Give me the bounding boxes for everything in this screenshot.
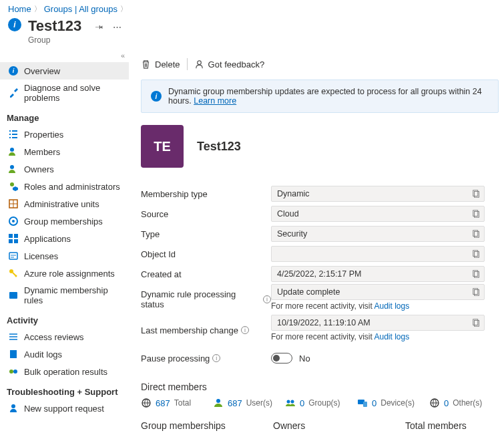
- feedback-icon: [194, 59, 204, 69]
- svg-point-2: [10, 182, 14, 186]
- more-icon[interactable]: ⋯: [113, 22, 121, 32]
- rule-status-value: Update complete: [271, 284, 485, 300]
- summary-row: Group memberships 0 Owners 0 Total membe…: [141, 420, 499, 435]
- sidebar-item-members[interactable]: Members: [0, 143, 129, 160]
- info-icon[interactable]: i: [263, 295, 271, 303]
- banner-learn-more-link[interactable]: Learn more: [194, 96, 236, 106]
- feedback-label: Got feedback?: [208, 59, 265, 69]
- stat-devices: 0Device(s): [357, 398, 417, 408]
- sidebar-item-roles[interactable]: Roles and administrators: [0, 178, 129, 195]
- svg-rect-8: [9, 239, 13, 243]
- copy-icon[interactable]: [472, 249, 481, 259]
- sidebar-item-diagnose[interactable]: Diagnose and solve problems: [0, 80, 129, 106]
- sidebar-section-manage: Manage: [0, 106, 129, 126]
- audit-logs-link[interactable]: Audit logs: [374, 332, 409, 341]
- type-label: Type: [141, 229, 271, 239]
- stat-others: 0Other(s): [429, 398, 489, 408]
- stat-users: 687User(s): [213, 398, 273, 408]
- chevron-right-icon: 〉: [120, 4, 128, 14]
- globe-icon: [141, 398, 152, 408]
- pin-icon[interactable]: 📌︎: [93, 21, 106, 34]
- sidebar-item-admin-units[interactable]: Administrative units: [0, 195, 129, 212]
- copy-icon[interactable]: [472, 209, 481, 219]
- sidebar-item-audit-logs[interactable]: Audit logs: [0, 345, 129, 363]
- breadcrumb-home[interactable]: Home: [8, 4, 31, 14]
- main-content: Delete Got feedback? i Dynamic group mem…: [129, 51, 504, 435]
- info-icon: i: [151, 91, 162, 102]
- sidebar-item-label: Bulk operation results: [24, 367, 107, 377]
- feedback-button[interactable]: Got feedback?: [194, 59, 265, 69]
- last-change-hint: For more recent activity, visit Audit lo…: [271, 332, 499, 341]
- sidebar-item-overview[interactable]: i Overview: [0, 62, 129, 80]
- sidebar-section-troubleshoot: Troubleshooting + Support: [0, 380, 129, 400]
- source-value: Cloud: [271, 206, 485, 222]
- copy-icon[interactable]: [472, 229, 481, 239]
- access-reviews-icon: [8, 331, 19, 342]
- direct-members-stats: 687Total 687User(s) 0Group(s) 0Device(s)…: [141, 398, 499, 408]
- type-value: Security: [271, 226, 485, 242]
- delete-button[interactable]: Delete: [141, 59, 180, 69]
- breadcrumb-groups[interactable]: Groups | All groups: [44, 4, 117, 14]
- user-icon: [213, 398, 224, 408]
- properties-table: Membership type Dynamic Source Cloud Typ…: [141, 184, 499, 368]
- roles-icon: [8, 181, 19, 192]
- collapse-icon[interactable]: «: [0, 51, 129, 62]
- audit-logs-link[interactable]: Audit logs: [374, 301, 409, 311]
- sidebar-item-properties[interactable]: Properties: [0, 126, 129, 143]
- svg-rect-6: [9, 234, 13, 238]
- sidebar: « i Overview Diagnose and solve problems…: [0, 51, 129, 435]
- svg-point-16: [11, 404, 15, 408]
- rule-status-hint: For more recent activity, visit Audit lo…: [271, 301, 499, 311]
- svg-point-14: [9, 370, 13, 374]
- sidebar-item-label: Overview: [24, 66, 60, 76]
- svg-point-1: [10, 165, 14, 169]
- info-icon[interactable]: i: [212, 354, 220, 362]
- info-icon[interactable]: i: [241, 326, 249, 334]
- key-icon: [8, 268, 19, 279]
- copy-icon[interactable]: [472, 269, 481, 279]
- sidebar-item-group-memberships[interactable]: Group memberships: [0, 212, 129, 230]
- pause-label: Pause processingi: [141, 353, 271, 364]
- sidebar-item-label: Owners: [24, 164, 54, 174]
- copy-icon[interactable]: [472, 318, 481, 327]
- delete-label: Delete: [155, 59, 180, 69]
- direct-members-header: Direct members: [141, 382, 499, 392]
- group-avatar: TE: [141, 125, 184, 168]
- sidebar-item-support[interactable]: New support request: [0, 400, 129, 417]
- sidebar-item-access-reviews[interactable]: Access reviews: [0, 328, 129, 345]
- svg-rect-10: [9, 253, 17, 259]
- svg-rect-13: [10, 350, 17, 358]
- sidebar-item-label: Access reviews: [24, 332, 84, 342]
- pause-toggle[interactable]: [271, 353, 292, 364]
- stat-groups: 0Group(s): [285, 398, 345, 408]
- group-name: Test123: [197, 140, 241, 154]
- toolbar: Delete Got feedback?: [141, 51, 499, 80]
- sidebar-item-owners[interactable]: Owners: [0, 160, 129, 178]
- dynamic-rules-icon: [8, 290, 19, 301]
- sidebar-item-label: Administrative units: [24, 199, 99, 209]
- group-memberships-header: Group memberships: [141, 420, 246, 431]
- owners-icon: [8, 164, 19, 174]
- total-members-header: Total members: [405, 420, 499, 431]
- svg-point-17: [197, 61, 201, 65]
- sidebar-item-licenses[interactable]: Licenses: [0, 247, 129, 265]
- sidebar-item-dynamic-rules[interactable]: Dynamic membership rules: [0, 282, 129, 309]
- object-id-value: [271, 246, 485, 262]
- info-icon: i: [8, 18, 21, 31]
- sidebar-item-label: Audit logs: [24, 349, 62, 359]
- copy-icon[interactable]: [472, 287, 481, 297]
- group-icon: [285, 398, 296, 408]
- wrench-icon: [8, 88, 19, 98]
- sidebar-item-applications[interactable]: Applications: [0, 230, 129, 247]
- sidebar-item-label: New support request: [24, 404, 104, 414]
- breadcrumb: Home 〉 Groups | All groups 〉: [0, 0, 504, 15]
- divider: [187, 58, 188, 70]
- copy-icon[interactable]: [472, 189, 481, 198]
- device-icon: [357, 398, 368, 408]
- sidebar-item-azure-roles[interactable]: Azure role assignments: [0, 265, 129, 282]
- sidebar-item-bulk-results[interactable]: Bulk operation results: [0, 363, 129, 380]
- page-subtitle: Group: [28, 35, 81, 45]
- object-id-label: Object Id: [141, 249, 271, 259]
- page-title: Test123: [28, 18, 81, 34]
- chevron-right-icon: 〉: [34, 4, 41, 14]
